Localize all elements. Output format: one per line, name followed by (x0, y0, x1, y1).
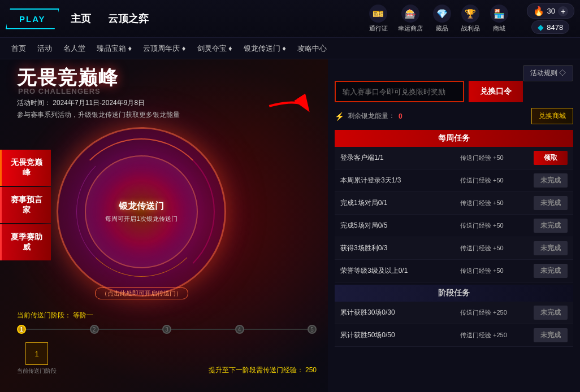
activity-desc: 参与赛事系列活动，升级银龙传送门获取更多银龙能量 (17, 110, 180, 120)
task-reward-0: 传送门经验 +50 (460, 154, 534, 162)
stage-task-btn-0[interactable]: 未完成 (534, 306, 568, 320)
progress-dot-2: 2 (90, 325, 99, 334)
pass-nav-item[interactable]: 🎫 通行证 (369, 5, 388, 33)
table-row: 获得3场胜利0/3 传送门经验 +50 未完成 (335, 237, 573, 260)
table-row: 完成1场对局0/1 传送门经验 +50 未完成 (335, 192, 573, 215)
rules-button[interactable]: 活动规则 ◇ (523, 65, 573, 81)
table-row: 完成5场对局0/5 传送门经验 +50 未完成 (335, 215, 573, 237)
orange-currency-icon: 🔥 (533, 6, 544, 16)
current-stage-box: 1 (25, 342, 48, 365)
energy-count: 0 (399, 112, 402, 120)
pass-icon: 🎫 (369, 5, 387, 23)
activity-time: 活动时间： 2024年7月11日-2024年9月8日 (17, 98, 180, 108)
subnav-swordspirit[interactable]: 剑灵夺宝 ♦ (197, 43, 232, 54)
stage-task-reward-1: 传送门经验 +250 (460, 331, 534, 339)
side-btn-wuwei[interactable]: 无畏竞巅峰 (0, 150, 51, 186)
nav-home[interactable]: 主页 (71, 12, 91, 25)
portal-area[interactable]: 银龙传送门 每周可开启1次银龙传送门 （点击此处即可开启传送门） (45, 116, 237, 308)
portal-open-link[interactable]: （点击此处即可开启传送门） (95, 288, 188, 299)
portal-swirl-2 (76, 147, 206, 277)
trophies-label: 战利品 (461, 24, 480, 33)
side-btn-summer[interactable]: 夏季赛助威 (0, 224, 51, 260)
trophies-icon: 🏆 (461, 5, 479, 23)
subnav-guide[interactable]: 攻略中心 (297, 43, 327, 54)
portal-outer-ring: 银龙传送门 每周可开启1次银龙传送门 (57, 127, 226, 297)
user-area: 🔥 30 + ◆ 8478 (527, 3, 574, 34)
task-status-btn-5[interactable]: 未完成 (534, 264, 568, 278)
task-reward-1: 传送门经验 +50 (460, 176, 534, 185)
task-reward-5: 传送门经验 +50 (460, 267, 534, 275)
upgrade-info-value: 250 (305, 366, 317, 374)
energy-left: ⚡ 剩余银龙能量： 0 (335, 111, 402, 121)
task-reward-4: 传送门经验 +50 (460, 244, 534, 252)
main-title: 无畏竞巅峰 (17, 68, 180, 87)
progress-dot-3: 3 (162, 325, 171, 334)
table-row: 累计获胜50场0/50 传送门经验 +250 未完成 (335, 324, 573, 347)
stage-task-btn-1[interactable]: 未完成 (534, 328, 568, 342)
progress-status: 当前传送门阶段： 等阶一 (17, 311, 317, 320)
progress-line-1 (26, 329, 90, 330)
task-collect-btn-0[interactable]: 领取 (534, 151, 568, 165)
currency-1: 🔥 30 + (527, 3, 574, 19)
task-name-4: 获得3场胜利0/3 (340, 243, 460, 253)
activity-time-label: 活动时间： (17, 99, 51, 107)
energy-label: 剩余银龙能量： (348, 111, 395, 121)
lucky-shop-label: 幸运商店 (398, 24, 423, 33)
shop-button[interactable]: 兑换商城 (531, 108, 573, 124)
progress-line-3 (171, 329, 235, 330)
stage-task-name-0: 累计获胜30场0/30 (340, 308, 460, 317)
progress-area: 当前传送门阶段： 等阶一 1 2 3 4 5 1 当前传送门阶段 (17, 311, 317, 375)
task-status-btn-4[interactable]: 未完成 (534, 241, 568, 255)
loot-nav-item[interactable]: 💎 藏品 (433, 5, 451, 33)
subnav-activity[interactable]: 活动 (37, 43, 52, 54)
subnav-home[interactable]: 首页 (11, 43, 26, 54)
weekly-tasks-list: 登录客户端1/1 传送门经验 +50 领取 本周累计登录3天1/3 传送门经验 … (335, 147, 573, 282)
task-name-5: 荣誉等级3级及以上0/1 (340, 266, 460, 276)
lucky-shop-icon: 🎰 (401, 5, 419, 23)
top-navigation: PLAY 主页 云顶之弈 🎫 通行证 🎰 幸运商店 💎 藏品 🏆 战利品 🏪 商… (0, 0, 580, 38)
loot-icon: 💎 (433, 5, 451, 23)
title-area: 无畏竞巅峰 PRO CHALLENGERS 活动时间： 2024年7月11日-2… (17, 68, 180, 120)
table-row: 累计获胜30场0/30 传送门经验 +250 未完成 (335, 302, 573, 324)
nav-icon-area: 🎫 通行证 🎰 幸运商店 💎 藏品 🏆 战利品 🏪 商城 🔥 30 + ◆ (369, 3, 574, 34)
lucky-shop-nav-item[interactable]: 🎰 幸运商店 (398, 5, 423, 33)
code-input[interactable] (343, 88, 456, 96)
currency-2-value: 8478 (547, 23, 563, 32)
side-btn-prophet[interactable]: 赛事预言家 (0, 187, 51, 223)
side-buttons: 无畏竞巅峰 赛事预言家 夏季赛助威 (0, 150, 51, 260)
progress-dot-4: 4 (235, 325, 244, 334)
stage-task-name-1: 累计获胜50场0/50 (340, 330, 460, 340)
nav-tft[interactable]: 云顶之弈 (108, 12, 149, 25)
energy-icon: ⚡ (335, 112, 344, 121)
teal-currency-icon: ◆ (538, 23, 544, 32)
pass-label: 通行证 (369, 24, 388, 33)
progress-line-2 (99, 329, 163, 330)
store-icon: 🏪 (490, 5, 508, 23)
task-name-1: 本周累计登录3天1/3 (340, 176, 460, 185)
redeem-button[interactable]: 兑换口令 (469, 81, 523, 102)
weekly-tasks-header: 每周任务 (335, 130, 573, 147)
task-reward-3: 传送门经验 +50 (460, 221, 534, 230)
progress-line-4 (244, 329, 308, 330)
store-nav-item[interactable]: 🏪 商城 (490, 5, 508, 33)
activity-time-value: 2024年7月11日-2024年9月8日 (53, 99, 145, 107)
subnav-anniversary[interactable]: 云顶周年庆 ♦ (143, 43, 185, 54)
table-row: 登录客户端1/1 传送门经验 +50 领取 (335, 147, 573, 169)
progress-track: 1 2 3 4 5 (17, 325, 317, 334)
subnav-halloffame[interactable]: 名人堂 (63, 43, 85, 54)
currency-2: ◆ 8478 (531, 20, 569, 34)
subnav-silverdragon[interactable]: 银龙传送门 ♦ (244, 43, 286, 54)
task-reward-2: 传送门经验 +50 (460, 199, 534, 207)
loot-label: 藏品 (436, 24, 448, 33)
add-currency-1-button[interactable]: + (558, 6, 568, 16)
left-panel: 无畏竞巅峰 PRO CHALLENGERS 活动时间： 2024年7月11日-2… (0, 59, 328, 392)
subnav-premium[interactable]: 臻品宝箱 ♦ (97, 43, 132, 54)
task-status-btn-3[interactable]: 未完成 (534, 219, 568, 233)
task-status-btn-1[interactable]: 未完成 (534, 173, 568, 188)
task-status-btn-2[interactable]: 未完成 (534, 196, 568, 210)
play-button[interactable]: PLAY (6, 8, 59, 29)
trophies-nav-item[interactable]: 🏆 战利品 (461, 5, 480, 33)
task-name-2: 完成1场对局0/1 (340, 198, 460, 208)
progress-status-label: 当前传送门阶段： (17, 311, 71, 319)
upgrade-info-label: 提升至下一阶段需传送门经验： (209, 366, 304, 374)
